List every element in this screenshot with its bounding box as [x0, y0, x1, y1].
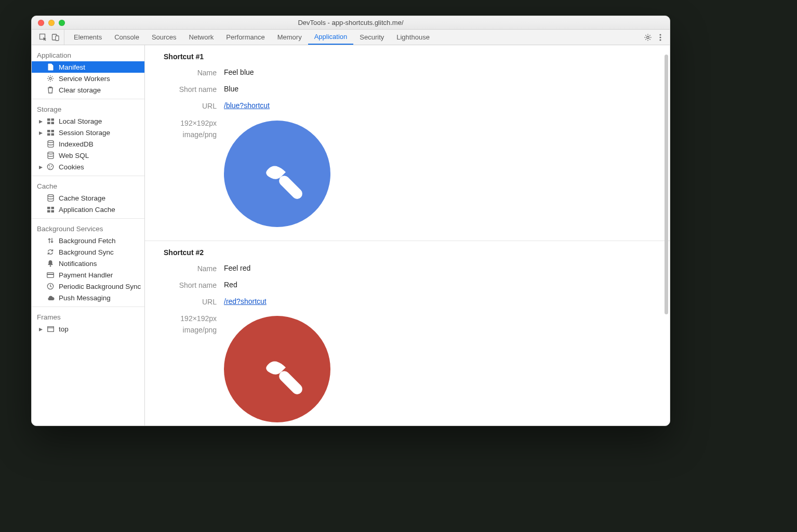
sidebar-item-service-workers[interactable]: Service Workers — [32, 73, 144, 84]
svg-rect-9 — [51, 118, 54, 121]
grid-icon — [46, 207, 55, 212]
transfer-icon — [46, 237, 55, 244]
inspect-element-icon[interactable] — [39, 33, 47, 42]
window-title: DevTools - app-shortcuts.glitch.me/ — [32, 19, 670, 26]
sidebar-item-label: Push Messaging — [59, 294, 111, 302]
sidebar-item-clear-storage[interactable]: Clear storage — [32, 84, 144, 96]
sidebar-item-label: Payment Handler — [59, 271, 113, 279]
tab-security[interactable]: Security — [353, 30, 390, 45]
grid-icon — [46, 130, 55, 136]
svg-point-19 — [49, 165, 50, 166]
field-value-short-name: Red — [224, 281, 237, 289]
svg-point-17 — [48, 152, 54, 154]
bell-icon — [46, 260, 55, 267]
shortcut-1: Shortcut #1 Name Feel blue Short name Bl… — [145, 45, 670, 241]
sidebar-item-notifications[interactable]: Notifications — [32, 258, 144, 269]
tab-lighthouse[interactable]: Lighthouse — [390, 30, 436, 45]
sidebar-item-label: Periodic Background Sync — [59, 283, 141, 290]
shortcut-url-link[interactable]: /blue?shortcut — [224, 101, 270, 110]
expand-triangle-icon[interactable]: ▸ — [38, 163, 43, 171]
svg-rect-14 — [47, 133, 50, 136]
svg-point-7 — [49, 77, 51, 79]
settings-icon[interactable] — [644, 33, 652, 42]
sidebar-item-label: Service Workers — [59, 75, 110, 83]
sidebar-item-label: Web SQL — [59, 152, 89, 159]
sidebar-item-top[interactable]: ▸top — [32, 323, 144, 335]
svg-rect-33 — [277, 174, 304, 201]
field-label-url: URL — [162, 297, 224, 307]
sidebar-item-cache-storage[interactable]: Cache Storage — [32, 192, 144, 204]
sidebar-item-payment-handler[interactable]: Payment Handler — [32, 269, 144, 281]
svg-point-18 — [47, 164, 53, 169]
sync-icon — [46, 248, 55, 256]
cookie-icon — [46, 163, 55, 170]
sidebar-item-push-messaging[interactable]: Push Messaging — [32, 292, 144, 303]
svg-rect-24 — [51, 207, 54, 209]
minimize-window-button[interactable] — [48, 20, 55, 26]
file-icon — [46, 63, 55, 71]
svg-rect-13 — [51, 130, 54, 132]
icon-mime: image/png — [183, 325, 217, 335]
sidebar-group-frames: Frames — [32, 310, 144, 323]
svg-rect-29 — [47, 274, 54, 275]
sidebar-item-label: Manifest — [59, 63, 85, 71]
sidebar-item-manifest[interactable]: Manifest — [32, 61, 144, 73]
icon-dimensions: 192×192px — [180, 118, 217, 128]
sidebar-item-label: Local Storage — [59, 117, 102, 125]
svg-rect-23 — [47, 207, 50, 209]
shortcut-2: Shortcut #2 Name Feel red Short name Red… — [145, 241, 670, 425]
database-icon — [46, 140, 55, 148]
field-value-name: Feel red — [224, 264, 250, 272]
tab-elements[interactable]: Elements — [68, 30, 108, 45]
sidebar-item-background-fetch[interactable]: Background Fetch — [32, 235, 144, 246]
sidebar-item-label: Background Fetch — [59, 237, 116, 245]
database-icon — [46, 152, 55, 159]
sidebar-item-web-sql[interactable]: Web SQL — [32, 150, 144, 161]
expand-triangle-icon[interactable]: ▸ — [38, 117, 43, 125]
expand-triangle-icon[interactable]: ▸ — [38, 128, 43, 137]
scrollbar-thumb[interactable] — [665, 55, 668, 314]
svg-point-27 — [50, 265, 51, 267]
devtools-window: DevTools - app-shortcuts.glitch.me/ Elem… — [31, 16, 670, 426]
tab-application[interactable]: Application — [308, 30, 354, 45]
sidebar-item-cookies[interactable]: ▸Cookies — [32, 161, 144, 172]
more-menu-icon[interactable] — [659, 33, 661, 42]
svg-point-3 — [647, 36, 649, 38]
sidebar-item-application-cache[interactable]: Application Cache — [32, 204, 144, 215]
sidebar-item-indexeddb[interactable]: IndexedDB — [32, 138, 144, 150]
clock-icon — [46, 283, 55, 290]
manifest-content: Shortcut #1 Name Feel blue Short name Bl… — [145, 45, 670, 425]
field-label-name: Name — [162, 264, 224, 273]
sidebar-group-application: Application — [32, 48, 144, 61]
tab-memory[interactable]: Memory — [271, 30, 308, 45]
svg-rect-12 — [47, 130, 50, 132]
device-toolbar-icon[interactable] — [51, 33, 60, 42]
svg-rect-34 — [277, 369, 304, 396]
sidebar-group-cache: Cache — [32, 179, 144, 192]
grid-icon — [46, 118, 55, 124]
expand-triangle-icon[interactable]: ▸ — [38, 325, 43, 333]
field-label-url: URL — [162, 101, 224, 111]
svg-point-6 — [659, 39, 661, 41]
tab-network[interactable]: Network — [183, 30, 220, 45]
sidebar-item-label: Application Cache — [59, 206, 115, 214]
sidebar-item-periodic-background-sync[interactable]: Periodic Background Sync — [32, 281, 144, 292]
shortcut-icon-preview — [224, 316, 330, 422]
close-window-button[interactable] — [38, 20, 44, 26]
svg-rect-10 — [47, 122, 50, 124]
tab-performance[interactable]: Performance — [220, 30, 271, 45]
window-controls — [38, 20, 65, 26]
sidebar-group-background-services: Background Services — [32, 222, 144, 235]
svg-rect-2 — [56, 36, 59, 41]
tab-sources[interactable]: Sources — [145, 30, 183, 45]
field-label-name: Name — [162, 68, 224, 77]
sidebar-item-local-storage[interactable]: ▸Local Storage — [32, 115, 144, 127]
svg-rect-8 — [47, 118, 50, 121]
shortcut-heading: Shortcut #1 — [164, 52, 659, 61]
shortcut-url-link[interactable]: /red?shortcut — [224, 297, 267, 305]
svg-rect-11 — [51, 122, 54, 124]
sidebar-item-session-storage[interactable]: ▸Session Storage — [32, 127, 144, 138]
sidebar-item-background-sync[interactable]: Background Sync — [32, 246, 144, 258]
tab-console[interactable]: Console — [108, 30, 145, 45]
maximize-window-button[interactable] — [59, 20, 65, 26]
